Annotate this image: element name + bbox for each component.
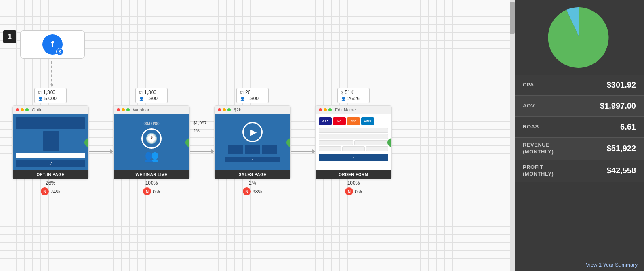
dot-yellow-4 bbox=[324, 108, 327, 111]
dashed-arrow bbox=[50, 84, 54, 87]
order-submit-btn: ✓ bbox=[319, 154, 388, 161]
metric-aov-label: AOV bbox=[523, 103, 535, 109]
funnel-step-order: $ 51K 👤 26/26 Edit Name VISA bbox=[315, 88, 392, 195]
thumb-3 bbox=[262, 145, 277, 154]
view-summary-link[interactable]: View 1 Year Summary bbox=[515, 258, 644, 271]
order-stat-people: 👤 26/26 bbox=[341, 96, 366, 101]
dot-yellow-2 bbox=[122, 108, 125, 111]
order-stat-dollar: $ 51K bbox=[341, 90, 366, 95]
metric-profit-value: $42,558 bbox=[607, 166, 636, 175]
mastercard-logo: MC bbox=[333, 117, 346, 125]
webinar-titlebar: Webinar bbox=[114, 106, 189, 114]
optin-n-badge: N bbox=[41, 187, 49, 195]
metrics-list: CPA $301.92 AOV $1,997.00 ROAS 6.61 REVE… bbox=[515, 75, 644, 271]
order-field-4b bbox=[342, 146, 364, 151]
webinar-date: 00/00/00 bbox=[144, 122, 160, 126]
dollar-badge: $ bbox=[56, 48, 63, 55]
people-icon: 👥 bbox=[145, 149, 159, 163]
order-page-card[interactable]: Edit Name VISA MC DISC AMEX bbox=[315, 105, 392, 179]
funnel-step-webinar: ☑ 1,300 👤 1,300 Webinar 00/00/00 🕐 bbox=[113, 88, 190, 195]
optin-n-pct: 74% bbox=[51, 189, 60, 195]
order-y-pct: 100% bbox=[347, 180, 360, 186]
metric-aov: AOV $1,997.00 bbox=[515, 96, 644, 117]
webinar-stat-check: ☑ 1,300 bbox=[139, 90, 164, 95]
order-field-4a bbox=[319, 146, 341, 151]
optin-page-card[interactable]: Optin ✓ bbox=[12, 105, 89, 179]
sales-cta-icon: ✓ bbox=[251, 158, 254, 162]
dashed-line-connector bbox=[51, 61, 52, 86]
optin-footer-label: OPT-IN PAGE bbox=[13, 170, 88, 179]
order-n-row: N 0% bbox=[345, 187, 362, 195]
optin-button: ✓ bbox=[16, 160, 85, 167]
metric-roas-label: ROAS bbox=[523, 124, 539, 130]
sales-y-pct: 2% bbox=[249, 180, 256, 186]
price-label-1997: $1,997 bbox=[193, 120, 207, 125]
webinar-stat-people: 👤 1,300 bbox=[139, 96, 164, 101]
order-n-badge: N bbox=[345, 187, 353, 195]
funnel-step-optin: ☑ 1,300 👤 5,000 Optin bbox=[12, 88, 89, 195]
canvas-scrollbar[interactable] bbox=[510, 0, 515, 271]
order-preview: VISA MC DISC AMEX bbox=[316, 114, 391, 170]
sales-titlebar: $2k bbox=[215, 106, 290, 114]
order-field-4c bbox=[366, 146, 388, 151]
optin-titlebar: Optin bbox=[13, 106, 88, 114]
metric-profit: PROFIT(Monthly) $42,558 bbox=[515, 160, 644, 182]
funnel-canvas: 1 f $ ☑ 1,300 👤 5,000 bbox=[0, 0, 515, 271]
order-stats: $ 51K 👤 26/26 bbox=[337, 88, 370, 103]
webinar-n-row: N 0% bbox=[143, 187, 160, 195]
facebook-ad-node[interactable]: f $ bbox=[20, 30, 85, 59]
checkmark-icon: ✓ bbox=[49, 161, 53, 166]
order-field-3b bbox=[354, 140, 389, 145]
dot-red-3 bbox=[218, 108, 221, 111]
order-fields-row bbox=[319, 140, 388, 145]
step-number-badge: 1 bbox=[3, 30, 16, 43]
optin-image bbox=[43, 131, 59, 151]
scrollbar-thumb[interactable] bbox=[510, 2, 515, 34]
webinar-page-card[interactable]: Webinar 00/00/00 🕐 👥 WEBINAR LIVE Y bbox=[113, 105, 190, 179]
sales-thumbnails bbox=[228, 145, 277, 154]
optin-content-area bbox=[42, 131, 59, 151]
order-field-2 bbox=[319, 134, 388, 139]
play-button-icon: ▶ bbox=[242, 122, 263, 142]
webinar-stats: ☑ 1,300 👤 1,300 bbox=[135, 88, 168, 103]
metric-roas-value: 6.61 bbox=[620, 122, 636, 132]
sales-n-pct: 98% bbox=[253, 189, 262, 195]
payment-card-logos: VISA MC DISC AMEX bbox=[319, 117, 388, 125]
dot-green-4 bbox=[328, 108, 332, 111]
optin-header bbox=[16, 117, 85, 129]
connector-line-2 bbox=[190, 151, 214, 152]
metric-profit-label: PROFIT(Monthly) bbox=[523, 164, 554, 178]
pie-chart-container bbox=[515, 0, 644, 75]
order-n-pct: 0% bbox=[355, 189, 362, 195]
dot-green-3 bbox=[227, 108, 231, 111]
arrow-with-price: $1,997 2% bbox=[190, 127, 214, 128]
optin-stat-check: ☑ 1,300 bbox=[38, 90, 63, 95]
dot-yellow-3 bbox=[223, 108, 226, 111]
arrow-2-3: $1,997 2% bbox=[190, 127, 214, 128]
order-fields-row-2 bbox=[319, 146, 388, 151]
metric-cpa-label: CPA bbox=[523, 82, 534, 88]
sales-page-card[interactable]: $2k ▶ ✓ SALES PAGE Y bbox=[214, 105, 291, 179]
optin-input-field bbox=[16, 153, 85, 158]
connector-line-1 bbox=[89, 151, 113, 152]
webinar-n-badge: N bbox=[143, 187, 151, 195]
dot-yellow bbox=[21, 108, 24, 111]
dot-red-2 bbox=[117, 108, 120, 111]
connector-line-3 bbox=[291, 151, 315, 152]
metric-cpa-value: $301.92 bbox=[607, 80, 636, 90]
pie-chart bbox=[539, 3, 620, 72]
webinar-y-pct: 100% bbox=[145, 180, 158, 186]
sales-stat-check: ☑ 26 bbox=[240, 90, 265, 95]
webinar-preview: 00/00/00 🕐 👥 bbox=[114, 114, 189, 170]
discover-logo: DISC bbox=[347, 117, 360, 125]
sales-n-row: N 98% bbox=[243, 187, 262, 195]
webinar-footer-label: WEBINAR LIVE bbox=[114, 170, 189, 179]
webinar-n-pct: 0% bbox=[153, 189, 160, 195]
order-field-1 bbox=[319, 128, 388, 133]
thumb-2 bbox=[245, 145, 260, 154]
facebook-icon: f $ bbox=[42, 34, 63, 55]
optin-preview: ✓ bbox=[13, 114, 88, 170]
sales-preview: ▶ ✓ bbox=[215, 114, 290, 170]
optin-stats: ☑ 1,300 👤 5,000 bbox=[34, 88, 67, 103]
sales-stats: ☑ 26 👤 1,300 bbox=[236, 88, 269, 103]
